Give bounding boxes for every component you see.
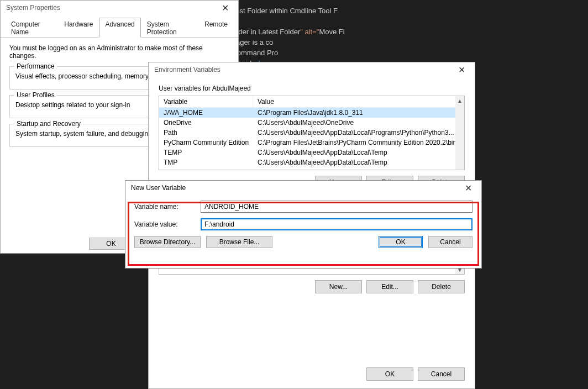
cancel-button[interactable]: Cancel (428, 236, 473, 248)
cell-variable: Path (159, 128, 253, 138)
tab-advanced[interactable]: Advanced (99, 18, 140, 38)
tab-remote[interactable]: Remote (198, 18, 234, 38)
browse-file-button[interactable]: Browse File... (206, 236, 272, 248)
ok-button[interactable]: OK (379, 236, 423, 248)
titlebar: System Properties ✕ (1, 1, 238, 15)
tab-computer-name[interactable]: Computer Name (5, 18, 58, 38)
cell-variable: TEMP (159, 148, 253, 157)
titlebar: Environment Variables ✕ (149, 62, 475, 77)
ok-button[interactable]: OK (366, 367, 413, 381)
col-variable[interactable]: Variable (159, 96, 253, 107)
tabs: Computer NameHardwareAdvancedSystem Prot… (1, 17, 238, 38)
table-row[interactable]: JAVA_HOMEC:\Program Files\Java\jdk1.8.0_… (159, 108, 464, 118)
variable-value-input[interactable] (201, 218, 473, 230)
user-variables-table[interactable]: Variable Value JAVA_HOMEC:\Program Files… (159, 96, 465, 170)
delete-button[interactable]: Delete (418, 280, 465, 293)
window-title: New User Variable (131, 184, 458, 192)
system-buttons: New... Edit... Delete (159, 280, 465, 293)
user-variables-label: User variables for AbdulMajeed (159, 85, 465, 92)
group-title: Startup and Recovery (14, 120, 83, 128)
cell-value: C:\Users\AbdulMajeed\AppData\Local\Temp (253, 148, 464, 157)
variable-name-input[interactable] (201, 201, 473, 213)
cancel-button[interactable]: Cancel (418, 367, 465, 381)
cell-variable: JAVA_HOME (159, 108, 253, 118)
col-value[interactable]: Value (253, 96, 464, 107)
cell-variable: OneDrive (159, 118, 253, 128)
variable-value-label: Variable value: (134, 220, 201, 228)
table-header: Variable Value (159, 96, 464, 108)
window-title: System Properties (6, 4, 215, 12)
new-user-variable-dialog: New User Variable ✕ Variable name: Varia… (125, 180, 482, 269)
edit-button[interactable]: Edit... (366, 280, 413, 293)
scrollbar[interactable]: ▲ (455, 96, 464, 170)
tab-system-protection[interactable]: System Protection (141, 18, 198, 38)
browse-directory-button[interactable]: Browse Directory... (134, 236, 201, 248)
admin-message: You must be logged on as an Administrato… (9, 44, 229, 60)
cell-value: C:\Users\AbdulMajeed\AppData\Local\Temp (253, 157, 464, 167)
close-icon[interactable]: ✕ (452, 62, 471, 77)
tab-hardware[interactable]: Hardware (58, 18, 99, 38)
cell-value: C:\Users\AbdulMajeed\OneDrive (253, 118, 464, 128)
table-row[interactable]: OneDriveC:\Users\AbdulMajeed\OneDrive (159, 118, 464, 128)
cell-value: C:\Program Files\JetBrains\PyCharm Commu… (253, 138, 464, 148)
dialog-buttons: OK Cancel (366, 367, 465, 381)
table-row[interactable]: TMPC:\Users\AbdulMajeed\AppData\Local\Te… (159, 157, 464, 167)
table-row[interactable]: TEMPC:\Users\AbdulMajeed\AppData\Local\T… (159, 148, 464, 157)
variable-name-label: Variable name: (134, 203, 201, 211)
newvar-body: Variable name: Variable value: Browse Di… (125, 195, 481, 255)
cell-value: C:\Users\AbdulMajeed\AppData\Local\Progr… (253, 128, 464, 138)
table-row[interactable]: PyCharm Community EditionC:\Program File… (159, 138, 464, 148)
cell-value: C:\Program Files\Java\jdk1.8.0_311 (253, 108, 464, 118)
table-row[interactable]: PathC:\Users\AbdulMajeed\AppData\Local\P… (159, 128, 464, 138)
new-button[interactable]: New... (315, 280, 362, 293)
titlebar: New User Variable ✕ (125, 181, 481, 195)
window-title: Environment Variables (154, 66, 452, 73)
cell-variable: TMP (159, 157, 253, 167)
scroll-up-icon[interactable]: ▲ (455, 96, 464, 105)
group-title: Performance (14, 62, 57, 70)
close-icon[interactable]: ✕ (458, 181, 478, 195)
close-icon[interactable]: ✕ (215, 1, 235, 15)
group-title: User Profiles (14, 91, 57, 99)
cell-variable: PyCharm Community Edition (159, 138, 253, 148)
